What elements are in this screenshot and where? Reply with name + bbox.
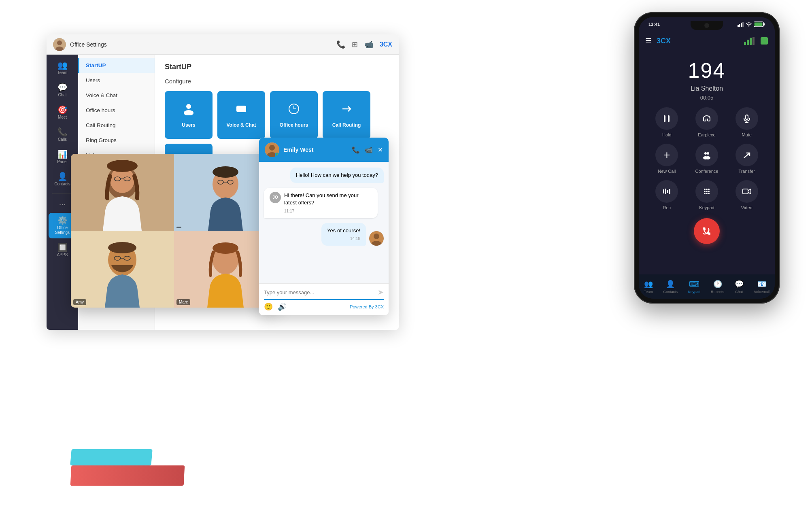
phone-nav-voicemail[interactable]: 📧 Voicemail [754, 280, 770, 294]
phone-caller-number: 194 [688, 58, 726, 83]
sidebar-item-chat[interactable]: 💬 Chat [49, 80, 76, 101]
svg-rect-67 [665, 189, 666, 194]
video-name-badge-p2 [176, 227, 181, 228]
chat-input-row: ➤ [264, 288, 384, 300]
signal-icon [738, 22, 744, 27]
phone-nav-chat[interactable]: 💬 Chat [735, 280, 744, 294]
nav-item-voice-chat[interactable]: Voice & Chat [78, 88, 155, 103]
svg-point-77 [706, 193, 708, 194]
nav-contacts-label: Contacts [663, 290, 678, 294]
office-hours-card-label: Office hours [280, 122, 308, 128]
nav-voicemail-icon: 📧 [757, 280, 766, 289]
meet-icon: 🎯 [57, 106, 68, 114]
video-call-icon[interactable]: 📹 [365, 146, 373, 154]
sidebar-item-meet[interactable]: 🎯 Meet [49, 102, 76, 123]
voice-chat-card-icon [235, 102, 248, 118]
calls-icon: 📞 [57, 128, 68, 136]
phone-nav-keypad[interactable]: ⌨ Keypad [688, 280, 701, 294]
keypad-label: Keypad [699, 205, 714, 210]
chat-input[interactable] [264, 289, 374, 295]
conference-btn [695, 144, 718, 166]
nav-item-ring-groups[interactable]: Ring Groups [78, 133, 155, 148]
hamburger-icon[interactable]: ☰ [645, 36, 652, 45]
camera-dot [704, 23, 709, 28]
nav-item-office-hours[interactable]: Office hours [78, 103, 155, 118]
keypad-btn [695, 180, 718, 203]
svg-point-28 [213, 166, 238, 178]
phone-nav-recents[interactable]: 🕐 Recents [711, 280, 724, 294]
mute-btn [735, 107, 758, 130]
svg-rect-53 [747, 40, 749, 45]
svg-rect-51 [755, 23, 763, 26]
video-btn [735, 180, 758, 203]
phone-nav-contacts[interactable]: 👤 Contacts [663, 280, 678, 294]
video-cell-1 [71, 154, 174, 231]
grid-icon[interactable]: ⊞ [352, 40, 358, 49]
call-icon[interactable]: 📞 [352, 146, 360, 154]
battery-icon [754, 21, 765, 27]
audio-icon[interactable]: 🔊 [278, 302, 287, 311]
phone-action-rec[interactable]: Rec [648, 180, 685, 210]
end-call-button[interactable] [694, 218, 720, 244]
svg-point-42 [374, 234, 379, 239]
powered-by: Powered By 3CX [350, 304, 384, 309]
person-1 [71, 154, 174, 231]
nav-recents-icon: 🕐 [713, 280, 722, 289]
phone-action-new-call[interactable]: + New Call [648, 144, 685, 174]
nav-item-users[interactable]: Users [78, 73, 155, 88]
phone-action-keypad[interactable]: Keypad [689, 180, 725, 210]
message-2-content: Hi there! Can you send me your latest of… [284, 192, 372, 214]
phone-nav-team[interactable]: 👥 Team [644, 280, 653, 294]
video-panel: Amy Marc [71, 154, 277, 308]
send-icon[interactable]: ➤ [378, 288, 384, 297]
phone-action-hold[interactable]: Hold [648, 107, 685, 137]
nav-item-startup[interactable]: StartUP [78, 58, 155, 73]
chat-icon: 💬 [57, 83, 68, 91]
mute-label: Mute [742, 132, 751, 137]
chat-panel: Emily West 📞 📹 ✕ Hello! How can we help … [259, 138, 389, 315]
configure-card-voice-chat[interactable]: Voice & Chat [217, 91, 265, 139]
nav-item-call-routing[interactable]: Call Routing [78, 118, 155, 133]
nav-chat-icon: 💬 [735, 280, 744, 289]
svg-rect-55 [752, 37, 755, 45]
svg-rect-58 [668, 115, 670, 122]
rec-label: Rec [663, 205, 671, 210]
nav-keypad-label: Keypad [688, 290, 701, 294]
video-label: Video [741, 205, 752, 210]
svg-point-72 [708, 189, 710, 190]
chat-header: Emily West 📞 📹 ✕ [259, 138, 389, 162]
phone-icon[interactable]: 📞 [336, 40, 345, 49]
svg-rect-52 [744, 42, 746, 45]
sidebar-label-apps: APPS [57, 253, 68, 257]
sidebar-item-team[interactable]: 👥 Team [49, 58, 76, 79]
video-icon[interactable]: 📹 [364, 40, 373, 49]
message-2: JO Hi there! Can you send me your latest… [264, 188, 378, 218]
office-hours-card-icon [287, 102, 300, 118]
app-titlebar: Office Settings 📞 ⊞ 📹 3CX [47, 34, 399, 55]
configure-card-users[interactable]: Users [165, 91, 213, 139]
message-2-time: 11:17 [284, 208, 372, 214]
configure-card-call-routing[interactable]: Call Routing [323, 91, 370, 139]
emoji-icon[interactable]: 🙂 [264, 302, 273, 311]
sender-avatar-jo: JO [270, 192, 281, 203]
earpiece-btn [695, 107, 718, 130]
wifi-icon [746, 22, 752, 27]
phone-action-conference[interactable]: Conference [689, 144, 725, 174]
svg-point-39 [269, 145, 275, 151]
svg-rect-44 [738, 25, 739, 27]
phone-action-video[interactable]: Video [728, 180, 765, 210]
nav-recents-label: Recents [711, 290, 724, 294]
svg-point-48 [748, 25, 749, 26]
phone-action-mute[interactable]: Mute [728, 107, 765, 137]
phone-action-transfer[interactable]: Transfer [728, 144, 765, 174]
configure-card-office-hours[interactable]: Office hours [270, 91, 318, 139]
svg-rect-79 [743, 189, 748, 194]
sidebar-label-team: Team [57, 70, 67, 75]
online-indicator [275, 153, 279, 157]
svg-rect-57 [664, 115, 665, 122]
new-call-btn: + [655, 144, 678, 166]
phone-action-earpiece[interactable]: Earpiece [689, 107, 725, 137]
svg-point-74 [706, 191, 708, 192]
sidebar-item-calls[interactable]: 📞 Calls [49, 125, 76, 145]
close-icon[interactable]: ✕ [378, 146, 383, 154]
